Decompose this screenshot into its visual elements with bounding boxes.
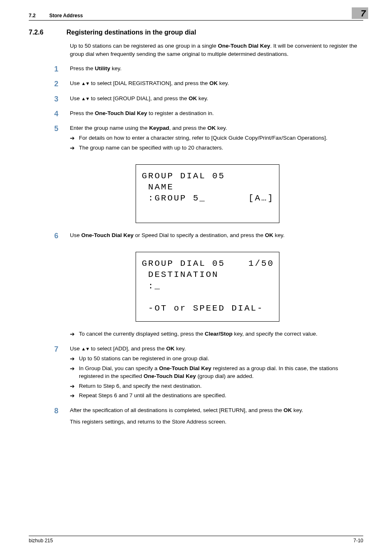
step-7: 7 Use ▲▼ to select [ADD], and press the …	[54, 345, 363, 404]
step-text: After the specification of all destinati…	[70, 406, 363, 415]
step-subnote: In Group Dial, you can specify a One-Tou…	[79, 364, 363, 380]
step-text: Use ▲▼ to select [DIAL REGISTRATION], an…	[70, 79, 363, 88]
lcd-line: :GROUP 5_[A…]	[142, 193, 274, 204]
header-section-num: 7.2	[29, 13, 36, 18]
step-subnote: Return to Step 6, and specify the next d…	[79, 382, 363, 390]
lcd-line: DESTINATION	[142, 269, 274, 280]
lcd-line: NAME	[142, 182, 274, 193]
step-number: 1	[54, 64, 58, 75]
page-header: 7.2 Store Address 7	[29, 12, 363, 21]
header-section-title: Store Address	[49, 13, 83, 18]
step-4: 4 Press the One-Touch Dial Key to regist…	[54, 109, 363, 122]
step-number: 2	[54, 78, 58, 90]
lcd-line: :_	[142, 281, 274, 292]
step-1: 1 Press the Utility key.	[54, 64, 363, 77]
step-number: 4	[54, 108, 58, 120]
step-6-notes: To cancel the currently displayed settin…	[54, 330, 363, 342]
page-footer: bizhub 215 7-10	[29, 536, 363, 543]
step-6: 6 Use One-Touch Dial Key or Speed Dial t…	[54, 231, 363, 244]
lcd-line	[142, 292, 274, 303]
lcd-line: GROUP DIAL 051/50	[142, 258, 274, 269]
step-number: 6	[54, 230, 58, 242]
heading-number: 7.2.6	[29, 29, 65, 36]
step-subnote: For details on how to enter a character …	[79, 134, 363, 142]
step-number: 5	[54, 123, 58, 134]
step-text: Enter the group name using the Keypad, a…	[70, 124, 363, 132]
lcd-display-1: GROUP DIAL 05 NAME :GROUP 5_[A…]	[136, 164, 279, 223]
step-number: 7	[54, 344, 58, 355]
step-3: 3 Use ▲▼ to select [GROUP DIAL], and pre…	[54, 94, 363, 107]
lcd-line	[142, 204, 274, 215]
step-subnote: Repeat Steps 6 and 7 until all the desti…	[79, 391, 363, 400]
step-subnote: To cancel the currently displayed settin…	[79, 330, 363, 338]
step-text: Press the One-Touch Dial Key to register…	[70, 109, 363, 117]
lcd-display-2: GROUP DIAL 051/50 DESTINATION :_ -OT or …	[136, 252, 279, 322]
heading-title: Registering destinations in the group di…	[67, 29, 196, 36]
step-text: Use ▲▼ to select [ADD], and press the OK…	[70, 345, 363, 353]
step-text: Press the Utility key.	[70, 64, 363, 73]
lcd-line: GROUP DIAL 05	[142, 170, 274, 182]
chapter-tab: 7	[352, 7, 368, 19]
step-number: 8	[54, 405, 58, 417]
footer-product: bizhub 215	[29, 538, 53, 543]
step-5: 5 Enter the group name using the Keypad,…	[54, 124, 363, 156]
section-heading: 7.2.6 Registering destinations in the gr…	[29, 29, 363, 36]
step-8: 8 After the specification of all destina…	[54, 406, 363, 431]
step-number: 3	[54, 94, 58, 105]
step-text: Use ▲▼ to select [GROUP DIAL], and press…	[70, 94, 363, 103]
footer-page-number: 7-10	[353, 538, 363, 543]
step-subnote: Up to 50 stations can be registered in o…	[79, 355, 363, 363]
step-text: This registers settings, and returns to …	[70, 418, 363, 426]
intro-paragraph: Up to 50 stations can be registered as o…	[70, 42, 363, 58]
step-subnote: The group name can be specified with up …	[79, 144, 363, 152]
lcd-line: -OT or SPEED DIAL-	[142, 303, 274, 314]
step-text: Use One-Touch Dial Key or Speed Dial to …	[70, 231, 363, 240]
step-2: 2 Use ▲▼ to select [DIAL REGISTRATION], …	[54, 79, 363, 92]
